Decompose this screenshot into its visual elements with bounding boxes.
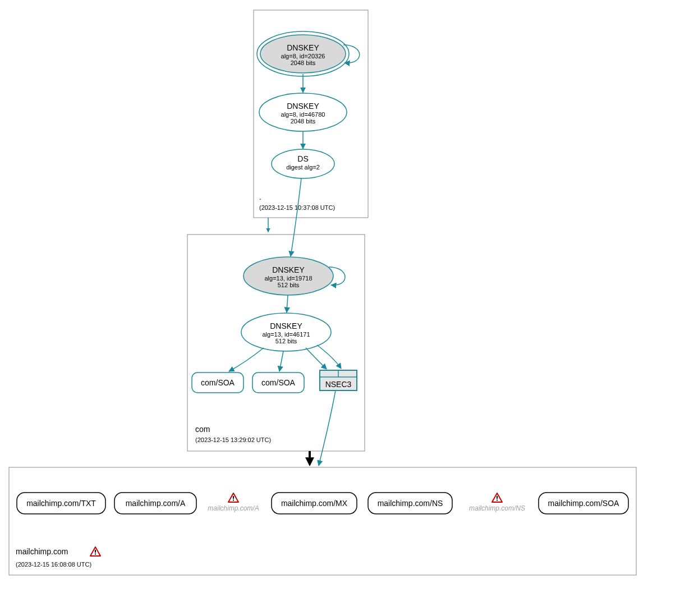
edge-com-zsk-nsec3-a	[306, 348, 327, 369]
zone-mailchimp-time: (2023-12-15 16:08:08 UTC)	[16, 561, 91, 568]
mc-a-label: mailchimp.com/A	[126, 499, 186, 508]
zone-mailchimp-name: mailchimp.com	[16, 547, 68, 556]
com-zsk-line2: alg=13, id=46171	[262, 331, 310, 338]
node-root-ds[interactable]: DS digest alg=2	[272, 149, 334, 178]
node-mailchimp-a-warning[interactable]: mailchimp.com/A	[208, 493, 259, 512]
com-ksk-line3: 512 bits	[278, 282, 300, 288]
root-ksk-line2: alg=8, id=20326	[281, 53, 325, 59]
mc-txt-label: mailchimp.com/TXT	[26, 499, 96, 508]
com-ksk-title: DNSKEY	[272, 265, 305, 274]
mc-soa-label: mailchimp.com/SOA	[548, 499, 619, 508]
node-mailchimp-a[interactable]: mailchimp.com/A	[114, 493, 196, 514]
node-com-soa-2[interactable]: com/SOA	[252, 373, 304, 393]
mc-mx-label: mailchimp.com/MX	[281, 499, 348, 508]
node-root-ksk[interactable]: DNSKEY alg=8, id=20326 2048 bits	[257, 31, 349, 76]
zone-box-mailchimp	[9, 467, 636, 575]
root-ksk-line3: 2048 bits	[291, 59, 316, 66]
root-ksk-title: DNSKEY	[287, 43, 319, 52]
com-soa-1-label: com/SOA	[201, 378, 235, 387]
nsec3-label: NSEC3	[325, 380, 352, 389]
warning-icon	[492, 493, 502, 502]
zone-mailchimp-warning-icon	[90, 547, 100, 556]
node-mailchimp-txt[interactable]: mailchimp.com/TXT	[17, 493, 105, 514]
zone-root-name: .	[259, 192, 261, 201]
com-ksk-line2: alg=13, id=19718	[264, 275, 312, 282]
root-zsk-title: DNSKEY	[287, 102, 319, 111]
zone-com-name: com	[195, 425, 210, 434]
root-ds-title: DS	[297, 154, 308, 163]
mc-ns-warn-label: mailchimp.com/NS	[469, 504, 525, 512]
com-zsk-line3: 512 bits	[275, 338, 297, 344]
root-zsk-line3: 2048 bits	[291, 118, 316, 125]
node-mailchimp-ns[interactable]: mailchimp.com/NS	[368, 493, 452, 514]
node-nsec3[interactable]: NSEC3	[320, 370, 357, 390]
edge-com-ksk-zsk	[287, 295, 288, 312]
com-soa-2-label: com/SOA	[261, 378, 296, 387]
root-zsk-line2: alg=8, id=46780	[281, 111, 325, 118]
edge-com-zsk-soa1	[229, 348, 264, 371]
edge-com-zsk-nsec3-b	[317, 345, 341, 369]
zone-com-time: (2023-12-15 13:29:02 UTC)	[195, 436, 271, 443]
node-mailchimp-soa[interactable]: mailchimp.com/SOA	[539, 493, 628, 514]
root-ds-line2: digest alg=2	[286, 164, 320, 171]
warning-icon	[228, 493, 238, 502]
edge-nsec3-to-mailchimp	[319, 390, 336, 466]
node-mailchimp-mx[interactable]: mailchimp.com/MX	[272, 493, 357, 514]
node-com-ksk[interactable]: DNSKEY alg=13, id=19718 512 bits	[243, 257, 333, 295]
edge-com-zsk-soa2	[279, 351, 283, 371]
mc-ns-label: mailchimp.com/NS	[378, 499, 443, 508]
node-mailchimp-ns-warning[interactable]: mailchimp.com/NS	[469, 493, 525, 512]
com-zsk-title: DNSKEY	[270, 321, 302, 330]
mc-a-warn-label: mailchimp.com/A	[208, 504, 259, 512]
node-root-zsk[interactable]: DNSKEY alg=8, id=46780 2048 bits	[259, 93, 347, 131]
node-com-soa-1[interactable]: com/SOA	[192, 373, 243, 393]
